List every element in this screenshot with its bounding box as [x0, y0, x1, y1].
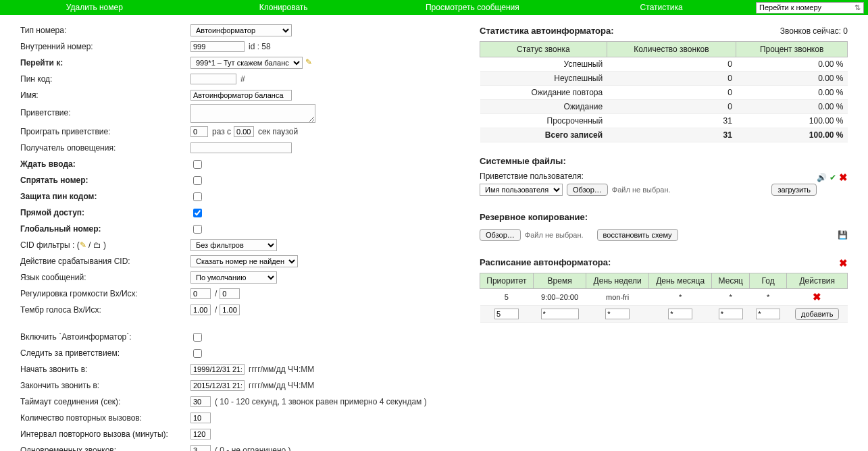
start-input[interactable] [190, 364, 245, 375]
vol-in-input[interactable] [190, 288, 211, 299]
pin-input[interactable] [190, 74, 236, 84]
save-icon[interactable]: 💾 [838, 230, 848, 240]
username-select[interactable]: Имя пользователя [480, 184, 563, 196]
table-row: Ожидание00.00 % [480, 100, 848, 114]
vol-label: Регулировка громкости Вх/Исх: [20, 289, 190, 298]
enable-ai-checkbox[interactable] [193, 333, 202, 342]
concurrent-label: Одновременных звонков: [20, 446, 190, 451]
menu-clone[interactable]: Клонировать [189, 3, 378, 12]
in-mon[interactable] [719, 309, 743, 319]
in-time[interactable] [541, 309, 579, 319]
timeout-input[interactable] [190, 396, 211, 407]
greet-label: Приветствие: [20, 104, 190, 117]
pinprot-label: Защита пин кодом: [20, 192, 190, 201]
pinprot-checkbox[interactable] [193, 192, 202, 201]
add-button[interactable]: добавить [795, 308, 839, 320]
folder-icon[interactable]: 🗀 [93, 240, 101, 250]
table-row: Ожидание повтора00.00 % [480, 86, 848, 100]
enable-ai-label: Включить `Автоинформатор`: [20, 332, 190, 342]
menu-stats[interactable]: Статистика [567, 3, 756, 12]
slash1: / [215, 289, 217, 298]
start-label: Начать звонить в: [20, 365, 190, 374]
play-greet-label: Проиграть приветствие: [20, 127, 190, 136]
sh-mon: Месяц [712, 273, 749, 289]
schedule-row: 59:00–20:00mon-fri*** ✖ [480, 289, 848, 306]
browse2-button[interactable]: Обзор… [480, 229, 521, 241]
browse-button[interactable]: Обзор… [567, 184, 608, 196]
play-count-input[interactable] [190, 126, 208, 137]
slash2: / [215, 305, 217, 315]
watch-greet-label: Следить за приветствием: [20, 348, 190, 358]
sched-title: Расписание автонформатора: [480, 257, 848, 267]
stats-table: Статус звонка Количество звонков Процент… [480, 41, 848, 142]
concurrent-hint: ( 0 - не ограничено ) [215, 446, 291, 451]
jump-to-number-select[interactable]: Перейти к номеру ⇅ [756, 2, 864, 14]
play-pause-input[interactable] [234, 126, 254, 137]
nofile2-text: Файл не выбран. [525, 231, 584, 239]
th-status: Статус звонка [480, 42, 607, 57]
interval-input[interactable] [190, 429, 211, 440]
name-input[interactable] [190, 90, 292, 101]
ext-label: Внутренний номер: [20, 42, 190, 51]
cidact-select[interactable]: Сказать номер не найден [190, 255, 298, 267]
in-year[interactable] [756, 309, 780, 319]
edit-icon[interactable]: ✎ [305, 57, 316, 68]
sysfiles-title: Системные файлы: [480, 156, 848, 166]
watch-greet-checkbox[interactable] [193, 349, 202, 358]
global-checkbox[interactable] [193, 225, 202, 234]
row-delete-icon[interactable]: ✖ [813, 291, 821, 302]
sched-delete-icon[interactable]: ✖ [839, 257, 848, 269]
ext-input[interactable] [190, 41, 245, 52]
play-tail: сек паузой [258, 127, 298, 136]
sound-icon[interactable]: 🔊 [817, 173, 827, 182]
sh-time: Время [533, 273, 586, 289]
lang-select[interactable]: По умолчанию [190, 271, 277, 284]
end-fmt: гггг/мм/дд ЧЧ:ММ [249, 381, 314, 390]
cid-select[interactable]: Без фильтров [190, 239, 277, 251]
concurrent-input[interactable] [190, 445, 211, 451]
delete-icon[interactable]: ✖ [839, 171, 848, 184]
right-panel: Статистика автоинформатора: Звонков сейч… [480, 22, 848, 451]
backup-title: Резервное копирование: [480, 212, 848, 222]
retries-input[interactable] [190, 413, 211, 423]
upload-button[interactable]: загрузить [771, 184, 817, 196]
restore-button[interactable]: восстановить схему [597, 229, 678, 241]
sh-year: Год [749, 273, 786, 289]
schedule-input-row: добавить [480, 306, 848, 323]
play-mid: раз с [212, 127, 231, 136]
topbar: Удалить номер Клонировать Просмотреть со… [0, 0, 868, 15]
hide-label: Спрятать номер: [20, 176, 190, 185]
pin-label: Пин код: [20, 74, 190, 84]
in-dom[interactable] [668, 309, 692, 319]
menu-messages[interactable]: Просмотреть сообщения [378, 3, 567, 12]
pencil-icon[interactable]: ✎ [80, 240, 86, 250]
left-panel: Тип номера: Автоинформатор Внутренний но… [20, 22, 453, 451]
cid-label: CID фильтры : (✎ / 🗀 ) [20, 240, 190, 250]
wait-label: Ждать ввода: [20, 159, 190, 169]
timbre-out-input[interactable] [220, 304, 240, 315]
notif-input[interactable] [190, 142, 292, 153]
in-dow[interactable] [605, 309, 630, 319]
sh-pri: Приоритет [480, 273, 534, 289]
vol-out-input[interactable] [220, 288, 240, 299]
table-row: Просроченный31100.00 % [480, 114, 848, 128]
type-select[interactable]: Автоинформатор [190, 24, 292, 36]
calls-now: Звонков сейчас: 0 [780, 26, 848, 36]
hide-checkbox[interactable] [193, 176, 202, 185]
greet-textarea[interactable] [190, 104, 315, 123]
direct-label: Прямой доступ: [20, 208, 190, 217]
in-pri[interactable] [494, 309, 519, 319]
direct-checkbox[interactable] [193, 209, 202, 217]
interval-label: Интервал повторного вызова (минуты): [20, 429, 190, 439]
timbre-in-input[interactable] [190, 304, 211, 315]
sh-dow: День недели [586, 273, 649, 289]
name-label: Имя: [20, 90, 190, 100]
wait-checkbox[interactable] [193, 160, 202, 169]
check-icon[interactable]: ✔ [829, 173, 836, 182]
end-input[interactable] [190, 380, 245, 391]
jump-label: Перейти к номеру [759, 3, 821, 11]
timbre-label: Тембр голоса Вх/Исх: [20, 305, 190, 315]
sh-dom: День месяца [648, 273, 712, 289]
goto-select[interactable]: 999*1 – Тут скажем баланс [190, 57, 303, 69]
menu-delete[interactable]: Удалить номер [0, 3, 189, 12]
